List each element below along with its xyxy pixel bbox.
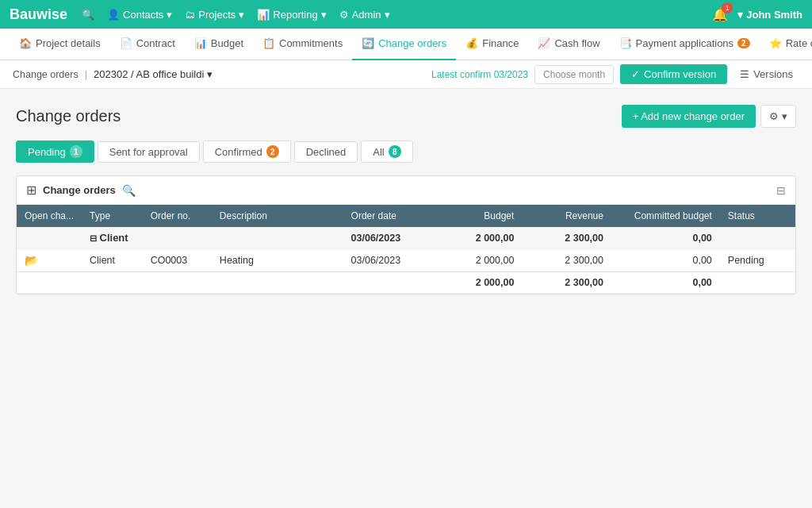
table-group-row: ⊟ Client 03/06/2023 2 000,00 2 300,00 0,…	[17, 227, 795, 249]
commitments-label: Commitments	[279, 37, 343, 49]
contract-icon: 📄	[120, 37, 132, 49]
table-search-button[interactable]: 🔍	[122, 184, 136, 197]
col-status: Status	[720, 205, 795, 227]
notification-button[interactable]: 🔔 1	[706, 4, 734, 25]
admin-icon: ⚙	[339, 9, 349, 21]
row-order-no: CO0003	[143, 249, 212, 272]
notification-badge: 1	[722, 2, 733, 13]
filter-tab-all[interactable]: All 8	[361, 140, 412, 163]
change-orders-icon: 🔄	[362, 37, 374, 49]
col-type: Type	[82, 205, 143, 227]
settings-button[interactable]: ⚙ ▾	[760, 105, 796, 128]
tab-change-orders[interactable]: 🔄 Change orders	[352, 29, 456, 60]
rate-label: Rate contractors	[786, 37, 812, 49]
breadcrumb-project[interactable]: 202302 / AB office buildi ▾	[94, 68, 213, 80]
reporting-menu[interactable]: 📊 Reporting ▾	[252, 6, 331, 24]
breadcrumb-dropdown-icon: ▾	[207, 68, 213, 80]
table-section-header: ⊞ Change orders 🔍 ⊟	[17, 176, 795, 205]
table-row[interactable]: 📂 Client CO0003 Heating 03/06/2023 2 000…	[17, 249, 795, 272]
tab-rate-contractors[interactable]: ⭐ Rate contractors	[760, 29, 812, 60]
user-menu[interactable]: ▾ John Smith	[737, 9, 802, 21]
tab-cash-flow[interactable]: 📈 Cash flow	[528, 29, 609, 60]
admin-menu[interactable]: ⚙ Admin ▾	[335, 6, 395, 24]
commitments-icon: 📋	[262, 37, 275, 49]
tab-finance[interactable]: 💰 Finance	[456, 29, 528, 60]
col-open-cha: Open cha...	[17, 205, 82, 227]
group-order-date: 03/06/2023	[343, 227, 435, 249]
filter-tab-sent[interactable]: Sent for approval	[98, 141, 200, 163]
row-order-date: 03/06/2023	[343, 249, 435, 272]
search-button[interactable]: 🔍	[77, 6, 99, 24]
row-revenue: 2 300,00	[522, 249, 611, 272]
group-budget: 2 000,00	[434, 227, 522, 249]
total-revenue: 2 300,00	[522, 272, 611, 294]
sub-nav: 🏠 Project details 📄 Contract 📊 Budget 📋 …	[0, 29, 812, 60]
tab-payment-applications[interactable]: 📑 Payment applications 2	[610, 29, 760, 60]
budget-icon: 📊	[194, 37, 207, 49]
projects-menu[interactable]: 🗂 Projects ▾	[180, 6, 249, 24]
change-orders-table: Open cha... Type Order no. Description O…	[17, 205, 795, 294]
row-open-cha[interactable]: 📂	[17, 249, 82, 272]
main-content: Change orders + Add new change order ⚙ ▾…	[0, 89, 812, 508]
project-details-icon: 🏠	[19, 37, 32, 49]
total-open-col	[17, 272, 82, 294]
group-order-no	[143, 227, 212, 249]
confirmed-count: 2	[266, 145, 279, 158]
table-columns-button[interactable]: ⊟	[776, 184, 786, 197]
group-status	[720, 227, 795, 249]
tab-contract[interactable]: 📄 Contract	[110, 29, 185, 60]
sent-label: Sent for approval	[109, 146, 188, 158]
reporting-label: Reporting	[273, 9, 317, 21]
confirm-version-label: Confirm version	[644, 68, 716, 80]
group-type: ⊟ Client	[82, 227, 143, 249]
open-folder-icon: 📂	[25, 254, 38, 267]
breadcrumb-separator: |	[85, 68, 87, 80]
confirm-version-button[interactable]: ✓ Confirm version	[620, 64, 727, 84]
grid-icon: ⊞	[26, 183, 36, 198]
tab-budget[interactable]: 📊 Budget	[185, 29, 253, 60]
all-count: 8	[389, 145, 401, 158]
col-description: Description	[212, 205, 343, 227]
col-order-date: Order date	[343, 205, 435, 227]
total-description	[212, 272, 343, 294]
page-title: Change orders	[16, 107, 121, 125]
col-committed-budget: Committed budget	[611, 205, 720, 227]
tab-project-details[interactable]: 🏠 Project details	[10, 29, 110, 60]
table-section: ⊞ Change orders 🔍 ⊟ Open cha... Type Ord…	[16, 175, 796, 294]
col-revenue: Revenue	[522, 205, 611, 227]
change-orders-label: Change orders	[378, 37, 446, 49]
add-change-order-button[interactable]: + Add new change order	[622, 105, 756, 128]
projects-label: Projects	[198, 9, 236, 21]
versions-icon: ☰	[740, 68, 749, 80]
finance-label: Finance	[482, 37, 519, 49]
reporting-icon: 📊	[257, 9, 270, 21]
versions-label: Versions	[753, 68, 793, 80]
search-icon: 🔍	[82, 9, 94, 21]
contacts-icon: 👤	[107, 9, 120, 21]
breadcrumb-section: Change orders	[13, 69, 79, 80]
total-budget: 2 000,00	[434, 272, 522, 294]
filter-tab-declined[interactable]: Declined	[294, 141, 358, 163]
versions-button[interactable]: ☰ Versions	[733, 65, 799, 83]
filter-tab-confirmed[interactable]: Confirmed 2	[203, 140, 291, 163]
settings-chevron-icon: ▾	[782, 110, 787, 122]
filter-tabs: Pending 1 Sent for approval Confirmed 2 …	[16, 140, 796, 163]
total-order-no	[143, 272, 212, 294]
projects-icon: 🗂	[185, 9, 195, 21]
row-committed: 0,00	[611, 249, 720, 272]
contacts-menu[interactable]: 👤 Contacts ▾	[102, 6, 177, 24]
declined-label: Declined	[306, 146, 347, 158]
projects-chevron: ▾	[239, 9, 244, 21]
group-type-label: Client	[100, 232, 128, 244]
pending-label: Pending	[28, 146, 66, 158]
project-details-label: Project details	[36, 37, 101, 49]
filter-tab-pending[interactable]: Pending 1	[16, 140, 94, 163]
reporting-chevron: ▾	[321, 9, 327, 21]
group-committed: 0,00	[611, 227, 720, 249]
payment-label: Payment applications	[636, 37, 734, 49]
cash-flow-icon: 📈	[538, 37, 550, 49]
tab-commitments[interactable]: 📋 Commitments	[253, 29, 352, 60]
choose-month-button[interactable]: Choose month	[534, 65, 614, 84]
group-open-col	[17, 227, 82, 249]
payment-badge: 2	[737, 38, 750, 48]
